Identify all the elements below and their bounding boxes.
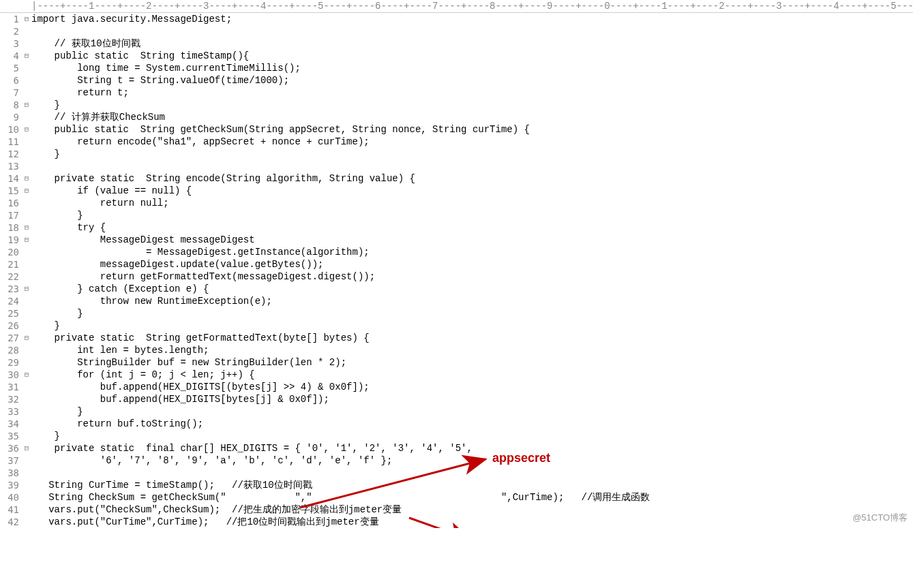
source-text: = MessageDigest.getInstance(algorithm); <box>31 246 370 258</box>
line-number: 18 <box>0 221 22 234</box>
code-line: 7 return t; <box>0 87 913 99</box>
code-line: 37 '6', '7', '8', '9', 'a', 'b', 'c', 'd… <box>0 454 913 467</box>
line-number: 41 <box>0 504 22 516</box>
line-number: 5 <box>0 62 22 74</box>
line-number: 32 <box>0 393 22 405</box>
code-line: 14⊟ private static String encode(String … <box>0 172 913 185</box>
source-text: } <box>31 209 83 221</box>
line-number: 10 <box>0 123 22 136</box>
line-number: 31 <box>0 381 22 393</box>
line-number: 4 <box>0 50 22 62</box>
source-text: buf.append(HEX_DIGITS[(bytes[j] >> 4) & … <box>31 381 370 393</box>
source-text: return buf.toString(); <box>31 418 203 430</box>
line-number: 24 <box>0 295 22 307</box>
code-line: 11 return encode("sha1", appSecret + non… <box>0 136 913 148</box>
line-number: 37 <box>0 454 22 467</box>
source-text: } <box>31 99 60 111</box>
line-number: 9 <box>0 111 22 123</box>
line-number: 2 <box>0 25 22 37</box>
source-text: } <box>31 307 83 320</box>
line-number: 12 <box>0 148 22 160</box>
fold-icon[interactable]: ⊟ <box>22 99 31 111</box>
source-text: '6', '7', '8', '9', 'a', 'b', 'c', 'd', … <box>31 454 392 467</box>
fold-icon[interactable]: ⊟ <box>22 123 31 136</box>
code-line: 24 throw new RuntimeException(e); <box>0 295 913 307</box>
line-number: 33 <box>0 405 22 418</box>
fold-icon[interactable]: ⊟ <box>22 283 31 295</box>
line-number: 13 <box>0 160 22 172</box>
code-line: 22 return getFormattedText(messageDigest… <box>0 270 913 283</box>
source-text: return null; <box>31 197 169 209</box>
code-line: 15⊟ if (value == null) { <box>0 185 913 197</box>
source-text: throw new RuntimeException(e); <box>31 295 272 307</box>
source-text: try { <box>31 221 106 234</box>
fold-icon[interactable]: ⊟ <box>22 13 31 25</box>
source-text: } catch (Exception e) { <box>31 283 209 295</box>
source-text: StringBuilder buf = new StringBuilder(le… <box>31 356 346 369</box>
source-text: return encode("sha1", appSecret + nonce … <box>31 136 370 148</box>
line-number: 30 <box>0 369 22 381</box>
source-text: } <box>31 320 60 332</box>
source-text: messageDigest.update(value.getBytes()); <box>31 258 323 270</box>
code-area: 1⊟import java.security.MessageDigest;23 … <box>0 13 913 528</box>
line-number: 7 <box>0 87 22 99</box>
code-line: 8⊟ } <box>0 99 913 111</box>
source-text: vars.put("CheckSum",CheckSum); //把生成的加密字… <box>31 504 402 516</box>
source-text: public static String getCheckSum(String … <box>31 123 530 136</box>
code-line: 40 String CheckSum = getCheckSum(" "," "… <box>0 491 913 504</box>
watermark: @51CTO博客 <box>852 512 908 524</box>
source-text: // 计算并获取CheckSum <box>31 111 165 123</box>
line-number: 17 <box>0 209 22 221</box>
fold-icon[interactable]: ⊟ <box>22 234 31 246</box>
source-text: int len = bytes.length; <box>31 344 209 356</box>
fold-icon[interactable]: ⊟ <box>22 172 31 185</box>
source-text: private static String encode(String algo… <box>31 172 415 185</box>
source-text: return t; <box>31 87 129 99</box>
line-number: 40 <box>0 491 22 504</box>
fold-icon[interactable]: ⊟ <box>22 442 31 454</box>
source-text: MessageDigest messageDigest <box>31 234 255 246</box>
line-number: 1 <box>0 13 22 25</box>
code-line: 39 String CurTime = timeStamp(); //获取10位… <box>0 479 913 491</box>
source-text: vars.put("CurTime",CurTime); //把10位时间戳输出… <box>31 516 379 528</box>
line-number: 20 <box>0 246 22 258</box>
line-number: 22 <box>0 270 22 283</box>
fold-icon[interactable]: ⊟ <box>22 332 31 344</box>
line-number: 15 <box>0 185 22 197</box>
code-line: 13 <box>0 160 913 172</box>
code-editor: |----+----1----+----2----+----3----+----… <box>0 0 913 528</box>
code-line: 27⊟ private static String getFormattedTe… <box>0 332 913 344</box>
fold-icon[interactable]: ⊟ <box>22 221 31 234</box>
fold-icon[interactable]: ⊟ <box>22 369 31 381</box>
line-number: 11 <box>0 136 22 148</box>
code-line: 17 } <box>0 209 913 221</box>
source-text: public static String timeStamp(){ <box>31 50 249 62</box>
line-number: 8 <box>0 99 22 111</box>
source-text: // 获取10位时间戳 <box>31 37 140 50</box>
code-line: 10⊟ public static String getCheckSum(Str… <box>0 123 913 136</box>
code-line: 3 // 获取10位时间戳 <box>0 37 913 50</box>
code-line: 12 } <box>0 148 913 160</box>
source-text: private static String getFormattedText(b… <box>31 332 370 344</box>
line-number: 38 <box>0 467 22 479</box>
source-text: } <box>31 148 60 160</box>
source-text: long time = System.currentTimeMillis(); <box>31 62 301 74</box>
source-text: } <box>31 405 83 418</box>
source-text: for (int j = 0; j < len; j++) { <box>31 369 255 381</box>
line-number: 28 <box>0 344 22 356</box>
source-text: if (value == null) { <box>31 185 192 197</box>
code-line: 16 return null; <box>0 197 913 209</box>
source-text: String CurTime = timeStamp(); //获取10位时间戳 <box>31 479 312 491</box>
line-number: 25 <box>0 307 22 320</box>
line-number: 39 <box>0 479 22 491</box>
fold-icon[interactable]: ⊟ <box>22 50 31 62</box>
line-number: 21 <box>0 258 22 270</box>
code-line: 31 buf.append(HEX_DIGITS[(bytes[j] >> 4)… <box>0 381 913 393</box>
line-number: 19 <box>0 234 22 246</box>
line-number: 36 <box>0 442 22 454</box>
code-line: 35 } <box>0 430 913 442</box>
source-text: String CheckSum = getCheckSum(" "," ",Cu… <box>31 491 650 504</box>
fold-icon[interactable]: ⊟ <box>22 185 31 197</box>
code-line: 26 } <box>0 320 913 332</box>
source-text: } <box>31 430 60 442</box>
